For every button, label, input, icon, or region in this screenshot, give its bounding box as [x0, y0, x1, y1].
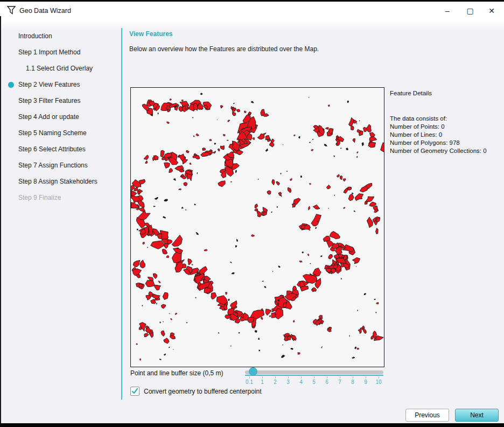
tick-label: 6 — [320, 379, 333, 385]
tick-label: 7 — [333, 379, 346, 385]
sidebar-separator — [121, 28, 122, 400]
maximize-button[interactable]: ▢ — [462, 4, 478, 18]
next-button[interactable]: Next — [455, 409, 499, 422]
active-step-dot — [8, 82, 14, 88]
feature-details-collections: Number of Geometry Collections: 0 — [390, 147, 503, 155]
convert-geometry-label: Convert geometry to buffered centerpoint — [144, 388, 262, 395]
sidebar-item-step4[interactable]: Step 4 Add or update — [1, 109, 121, 125]
app-funnel-icon — [6, 5, 16, 15]
buffer-size-label: Point and line buffer size (0,5 m) — [130, 369, 223, 377]
buffer-slider-track[interactable] — [245, 370, 383, 374]
sidebar-item-introduction[interactable]: Introduction — [1, 28, 121, 44]
sidebar-item-step9-disabled: Step 9 Finalize — [1, 190, 121, 206]
sidebar-item-step1-1[interactable]: 1.1 Select Grid Overlay — [1, 60, 121, 76]
sidebar-item-step5[interactable]: Step 5 Naming Scheme — [1, 125, 121, 141]
feature-details-polygons: Number of Polygons: 978 — [390, 139, 503, 147]
title-bar: Geo Data Wizard – ▢ ✕ — [0, 2, 504, 20]
sidebar-item-step3[interactable]: Step 3 Filter Features — [1, 93, 121, 109]
feature-details-panel: Feature Details The data consists of: Nu… — [390, 89, 503, 155]
tick-label: 2 — [269, 379, 282, 385]
sidebar-item-step2-active[interactable]: Step 2 View Features — [1, 76, 121, 93]
tick-label: 3 — [282, 379, 295, 385]
tick-label: 0.1 — [243, 379, 256, 385]
sidebar-item-step6[interactable]: Step 6 Select Attributes — [1, 141, 121, 157]
checkmark-icon — [131, 388, 138, 395]
convert-geometry-checkbox[interactable] — [130, 387, 139, 396]
buffer-slider-underline — [245, 375, 383, 376]
sidebar-item-step8[interactable]: Step 8 Assign Stakeholders — [1, 173, 121, 190]
wizard-steps-sidebar: Introduction Step 1 Import Method 1.1 Se… — [1, 28, 121, 206]
page-description: Below an overview how the Features are d… — [129, 45, 319, 53]
tick-label: 10 — [372, 379, 385, 385]
feature-details-line: The data consists of: — [390, 115, 503, 123]
previous-button[interactable]: Previous — [405, 409, 449, 422]
tick-label: 8 — [346, 379, 359, 385]
window-title: Geo Data Wizard — [19, 7, 71, 15]
features-map-preview — [130, 87, 384, 367]
window-bottom-border — [0, 423, 504, 427]
page-title: View Features — [129, 30, 172, 38]
tick-label: 4 — [295, 379, 307, 385]
sidebar-item-step7[interactable]: Step 7 Assign Functions — [1, 157, 121, 173]
tick-label: 5 — [307, 379, 320, 385]
minimize-button[interactable]: – — [439, 4, 456, 18]
feature-details-title: Feature Details — [390, 89, 503, 97]
tick-label: 1 — [256, 379, 269, 385]
sidebar-item-step1[interactable]: Step 1 Import Method — [1, 44, 121, 60]
map-polygons-canvas — [131, 88, 384, 367]
feature-details-lines: Number of Lines: 0 — [390, 131, 503, 139]
buffer-slider-ticks: 0.1 1 2 3 4 5 6 7 8 9 10 — [243, 376, 385, 385]
tick-label: 9 — [359, 379, 372, 385]
close-button[interactable]: ✕ — [484, 4, 500, 18]
feature-details-points: Number of Points: 0 — [390, 123, 503, 131]
